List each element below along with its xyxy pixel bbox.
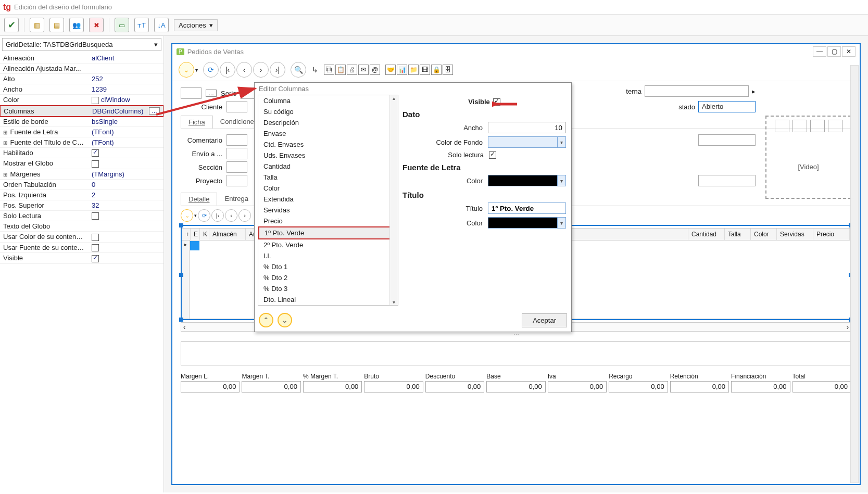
property-row[interactable]: Visible [0,253,163,264]
property-row[interactable]: Ancho1239 [0,84,163,95]
v-scrollbar[interactable] [850,65,859,483]
first-button[interactable]: |‹ [220,62,235,78]
aux-field-2[interactable] [698,175,756,186]
mini-prev[interactable]: ‹ [225,209,237,222]
column-list-item[interactable]: Talla [258,172,398,183]
property-row[interactable]: Usar Fuente de su conten... [0,243,163,254]
column-list-item[interactable]: % Dto 2 [258,272,398,283]
property-row[interactable]: ColumnasDBGridColumns)… [0,105,163,117]
tab-entrega[interactable]: Entrega [217,193,256,206]
move-up-button[interactable]: ⌃ [259,313,273,327]
prev-button[interactable]: ‹ [236,62,252,78]
property-row[interactable]: AlineaciónalClient [0,53,163,64]
column-list-item[interactable]: % Dto 3 [258,283,398,294]
nav-down-button[interactable]: ⌄ [179,62,194,78]
column-list-item[interactable]: Su código [258,106,398,117]
estado-field[interactable]: Abierto [698,101,756,112]
property-row[interactable]: ColorclWindow [0,95,163,106]
column-list-item[interactable]: Ctd. Envases [258,139,398,150]
colorfondo-field[interactable]: ▾ [488,136,566,148]
column-list-item[interactable]: % Dto 1 [258,261,398,272]
column-list-item[interactable]: Dto. Lineal [258,294,398,305]
column-list-item[interactable]: 2º Pto. Verde [258,239,398,250]
column-list[interactable]: ColumnaSu códigoDescripciónEnvaseCtd. En… [258,95,398,305]
accept-button[interactable]: Aceptar [522,313,567,327]
object-selector[interactable]: GridDetalle: TASTDBGridBusqueda ▾ [2,38,161,51]
column-list-item[interactable]: Precio [258,216,398,226]
property-row[interactable]: Mostrar el Globo [0,158,163,169]
mini-refresh[interactable]: ⟳ [198,209,210,222]
column-list-item[interactable]: 1º Pto. Verde [258,226,398,239]
image-search-icon[interactable] [828,120,842,132]
paste-button[interactable]: 📋 [335,65,346,75]
notes-field[interactable] [181,341,851,365]
image-delete-icon[interactable] [792,120,807,132]
comentario-field[interactable] [227,134,247,146]
cliente-field[interactable] [227,101,247,112]
property-row[interactable]: Alineación Ajustada Mar... [0,64,163,74]
visible-checkbox[interactable] [493,98,500,106]
serie-lookup-button[interactable]: … [206,90,217,97]
property-row[interactable]: Solo Lectura [0,211,163,222]
at-button[interactable]: @ [370,65,380,75]
last-button[interactable]: ›| [270,62,285,78]
chevron-right-icon[interactable]: ▸ [752,87,756,95]
save-button[interactable]: ✔ [4,18,19,32]
film-icon[interactable]: 🎞 [420,65,430,75]
property-row[interactable]: Estilo de bordebsSingle [0,117,163,127]
print-button[interactable]: 🖨 [347,65,357,75]
toolbar-btn-3[interactable]: 👥 [69,18,84,32]
column-list-item[interactable]: Columna [258,95,398,106]
delete-button[interactable]: ✖ [89,18,104,32]
property-row[interactable]: Alto252 [0,74,163,84]
handshake-icon[interactable]: 🤝 [385,65,396,75]
lock-icon[interactable]: 🔒 [431,65,442,75]
search-button[interactable]: 🔍 [291,62,306,78]
ancho-field[interactable] [488,122,566,133]
tab-ficha[interactable]: Ficha [181,116,213,129]
mail-button[interactable]: ✉ [358,65,369,75]
list-scrollbar[interactable]: ▴▾ [389,95,398,305]
archive-icon[interactable]: 🗄 [443,65,453,75]
grid-cell-selected[interactable] [190,241,199,250]
property-row[interactable]: ⊞ Márgenes(TMargins) [0,169,163,180]
proyecto-field[interactable] [227,175,247,186]
property-row[interactable]: Habilitado [0,148,163,159]
actions-dropdown[interactable]: Acciones▾ [174,19,218,31]
image-refresh-icon[interactable] [810,120,825,132]
column-list-item[interactable]: Cantidad [258,161,398,172]
toolbar-btn-1[interactable]: ▥ [30,18,44,32]
maximize-button[interactable]: ▢ [827,46,841,57]
folder-icon[interactable]: 📁 [408,65,419,75]
property-row[interactable]: ⊞ Fuente del Título de Colu...(TFont) [0,137,163,148]
seccion-field[interactable] [227,161,247,173]
mini-nav-down[interactable]: ⌄ [181,209,193,222]
mini-first[interactable]: |‹ [211,209,224,222]
move-down-button[interactable]: ⌄ [278,313,292,327]
titulo-color-field[interactable]: ▾ [488,217,566,229]
property-row[interactable]: Texto del Globo [0,221,163,232]
export-button[interactable]: ↳ [307,62,323,78]
next-button[interactable]: › [253,62,269,78]
column-list-item[interactable]: Descripción [258,117,398,128]
refresh-button[interactable]: ⟳ [203,62,219,78]
toolbar-btn-7[interactable]: ↓A [154,18,169,32]
image-add-icon[interactable] [775,120,789,132]
toolbar-btn-2[interactable]: ▤ [49,18,64,32]
toolbar-btn-6[interactable]: ᴛT [134,18,149,32]
column-list-item[interactable]: Servidas [258,205,398,216]
envio-field[interactable] [227,148,247,159]
copy-button[interactable]: ⿻ [324,65,334,75]
sololectura-checkbox[interactable] [489,151,496,159]
aux-field-1[interactable] [698,134,756,146]
column-list-item[interactable]: Extendida [258,194,398,205]
property-grid[interactable]: AlineaciónalClientAlineación Ajustada Ma… [0,53,163,492]
property-row[interactable]: Pos. Izquierda2 [0,190,163,200]
toolbar-btn-5[interactable]: ▭ [115,18,129,32]
column-list-item[interactable]: Uds. Envases [258,150,398,161]
column-list-item[interactable]: Color [258,183,398,194]
property-row[interactable]: Usar Color de su contene... [0,232,163,243]
column-list-item[interactable]: Envase [258,128,398,139]
titulo-field[interactable] [488,202,566,214]
property-row[interactable]: Orden Tabulación0 [0,180,163,190]
